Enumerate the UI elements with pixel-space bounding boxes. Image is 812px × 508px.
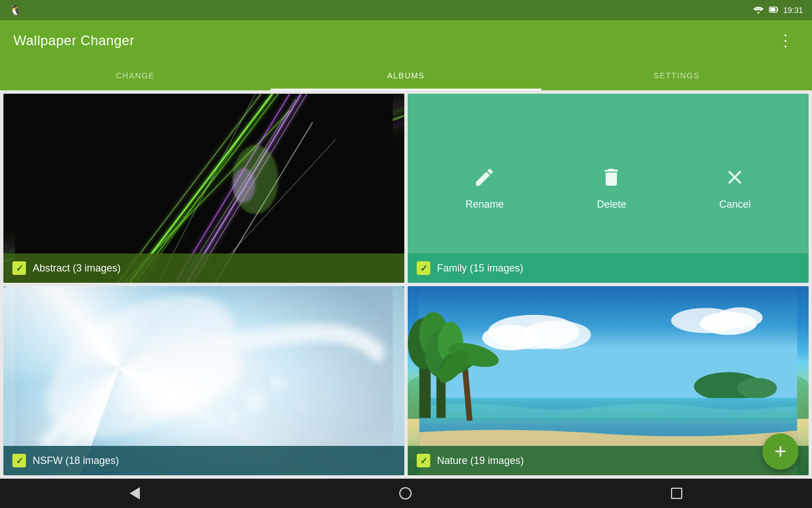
svg-point-32 xyxy=(717,308,762,329)
album-nsfw[interactable]: NSFW (18 images) xyxy=(3,286,404,475)
abstract-label-text: Abstract (3 images) xyxy=(33,262,121,274)
svg-point-22 xyxy=(271,376,285,390)
family-label-text: Family (15 images) xyxy=(437,262,523,274)
cancel-icon xyxy=(723,166,746,192)
albums-grid: Abstract (3 images) Rename Delete xyxy=(0,90,812,479)
add-album-fab[interactable]: + xyxy=(762,433,798,470)
navigation-bar xyxy=(0,479,812,508)
nature-checkbox[interactable] xyxy=(417,454,430,467)
abstract-checkbox[interactable] xyxy=(12,261,26,275)
svg-rect-2 xyxy=(777,8,778,10)
svg-point-23 xyxy=(297,402,306,411)
cancel-action[interactable]: Cancel xyxy=(719,166,751,211)
nature-label-text: Nature (19 images) xyxy=(437,455,524,467)
app-bar: Wallpaper Changer ⋮ xyxy=(0,20,812,61)
delete-icon xyxy=(600,166,623,192)
status-bar-left: 🐧 xyxy=(9,4,24,16)
rename-action[interactable]: Rename xyxy=(465,166,504,211)
tab-settings[interactable]: SETTINGS xyxy=(541,61,812,90)
add-icon: + xyxy=(774,441,786,462)
recents-button[interactable] xyxy=(657,483,696,503)
home-button[interactable] xyxy=(386,483,425,504)
album-abstract[interactable]: Abstract (3 images) xyxy=(3,94,404,283)
svg-point-21 xyxy=(245,391,266,411)
svg-point-17 xyxy=(232,168,255,203)
family-checkbox[interactable] xyxy=(417,261,430,275)
wifi-icon xyxy=(753,5,764,16)
svg-point-19 xyxy=(23,286,259,467)
delete-action[interactable]: Delete xyxy=(597,166,626,211)
app-notification-icon: 🐧 xyxy=(9,4,21,16)
overflow-menu-button[interactable]: ⋮ xyxy=(773,28,798,53)
cancel-label: Cancel xyxy=(719,199,751,211)
svg-point-29 xyxy=(522,321,591,349)
battery-icon xyxy=(769,5,779,16)
nsfw-label-bar: NSFW (18 images) xyxy=(3,446,404,475)
back-button[interactable] xyxy=(116,483,153,504)
nature-label-bar: Nature (19 images) xyxy=(408,446,809,475)
home-icon xyxy=(399,487,412,500)
svg-rect-1 xyxy=(770,8,775,11)
tab-change[interactable]: CHANGE xyxy=(0,61,271,90)
tabs-bar: CHANGE ALBUMS SETTINGS xyxy=(0,61,812,90)
status-bar-right: 19:31 xyxy=(753,5,803,16)
delete-label: Delete xyxy=(597,199,626,211)
nsfw-checkbox[interactable] xyxy=(12,454,26,467)
svg-point-34 xyxy=(737,378,777,398)
nsfw-label-text: NSFW (18 images) xyxy=(33,455,119,467)
back-icon xyxy=(130,487,140,500)
rename-icon xyxy=(473,166,496,192)
rename-label: Rename xyxy=(465,199,504,211)
app-title: Wallpaper Changer xyxy=(14,33,134,49)
svg-point-25 xyxy=(321,392,328,398)
album-nature[interactable]: Nature (19 images) xyxy=(408,286,809,475)
svg-point-20 xyxy=(100,327,250,429)
status-bar: 🐧 19:31 xyxy=(0,0,812,20)
svg-point-24 xyxy=(227,412,238,423)
album-family[interactable]: Rename Delete Cancel xyxy=(408,94,809,283)
time-display: 19:31 xyxy=(783,6,803,15)
abstract-label-bar: Abstract (3 images) xyxy=(3,253,404,283)
recents-icon xyxy=(671,488,682,499)
tab-albums[interactable]: ALBUMS xyxy=(271,61,541,90)
family-label-bar: Family (15 images) xyxy=(408,253,809,283)
